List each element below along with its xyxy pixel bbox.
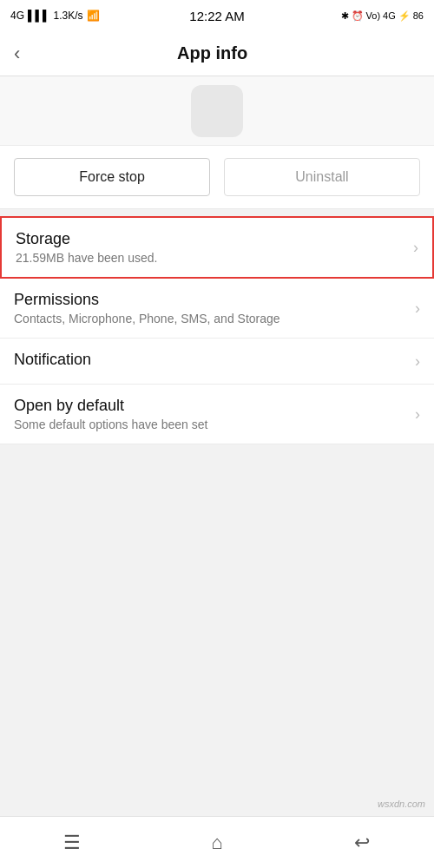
notification-item-content: Notification — [14, 351, 408, 372]
notification-list-item[interactable]: Notification › — [0, 339, 434, 385]
force-stop-button[interactable]: Force stop — [14, 158, 210, 196]
app-icon-area — [0, 76, 434, 146]
network-label: 4G — [10, 10, 24, 22]
charging-icon: ⚡ — [398, 10, 411, 22]
nav-bar: ‹ App info — [0, 31, 434, 76]
notification-item-title: Notification — [14, 351, 408, 369]
status-bar: 4G ▌▌▌ 1.3K/s 📶 12:22 AM ✱ ⏰ Vo) 4G ⚡ 86 — [0, 0, 434, 31]
open-by-default-list-item[interactable]: Open by default Some default options hav… — [0, 385, 434, 444]
bluetooth-icon: ✱ — [341, 10, 349, 22]
radio-icon: 📶 — [87, 10, 100, 22]
watermark: wsxdn.com — [378, 799, 425, 809]
open-by-default-item-content: Open by default Some default options hav… — [14, 397, 408, 431]
uninstall-button[interactable]: Uninstall — [224, 158, 420, 196]
status-time: 12:22 AM — [189, 9, 244, 23]
storage-chevron-icon: › — [413, 239, 418, 257]
storage-item-title: Storage — [16, 230, 406, 248]
permissions-item-title: Permissions — [14, 291, 408, 309]
menu-icon: ☰ — [63, 832, 81, 854]
back-nav-icon: ↩ — [354, 832, 370, 854]
page-title: App info — [30, 43, 394, 63]
signal-bars: ▌▌▌ — [28, 10, 50, 22]
nav-home-button[interactable]: ⌂ — [191, 825, 243, 860]
nav-back-button[interactable]: ↩ — [336, 825, 388, 860]
open-by-default-item-title: Open by default — [14, 397, 408, 415]
open-by-default-item-subtitle: Some default options have been set — [14, 418, 408, 431]
storage-item-content: Storage 21.59MB have been used. — [16, 230, 406, 265]
notification-chevron-icon: › — [415, 352, 420, 371]
permissions-list-item[interactable]: Permissions Contacts, Microphone, Phone,… — [0, 279, 434, 339]
storage-item-subtitle: 21.59MB have been used. — [16, 251, 406, 265]
battery-label: 86 — [413, 10, 424, 21]
volte-label: Vo) — [366, 10, 381, 21]
back-button[interactable]: ‹ — [14, 43, 20, 65]
app-icon — [191, 85, 243, 137]
lte-label: 4G — [383, 10, 396, 21]
open-by-default-chevron-icon: › — [415, 405, 420, 424]
speed-label: 1.3K/s — [54, 10, 83, 22]
bottom-nav: ☰ ⌂ ↩ — [0, 816, 434, 868]
nav-menu-button[interactable]: ☰ — [46, 825, 98, 860]
home-icon: ⌂ — [211, 832, 222, 854]
list-section: Storage 21.59MB have been used. › Permis… — [0, 216, 434, 444]
permissions-chevron-icon: › — [415, 299, 420, 318]
status-right: ✱ ⏰ Vo) 4G ⚡ 86 — [341, 10, 424, 22]
action-buttons-area: Force stop Uninstall — [0, 146, 434, 209]
status-left: 4G ▌▌▌ 1.3K/s 📶 — [10, 10, 100, 22]
alarm-icon: ⏰ — [352, 10, 364, 22]
storage-list-item[interactable]: Storage 21.59MB have been used. › — [0, 216, 434, 279]
permissions-item-subtitle: Contacts, Microphone, Phone, SMS, and St… — [14, 312, 408, 326]
permissions-item-content: Permissions Contacts, Microphone, Phone,… — [14, 291, 408, 326]
